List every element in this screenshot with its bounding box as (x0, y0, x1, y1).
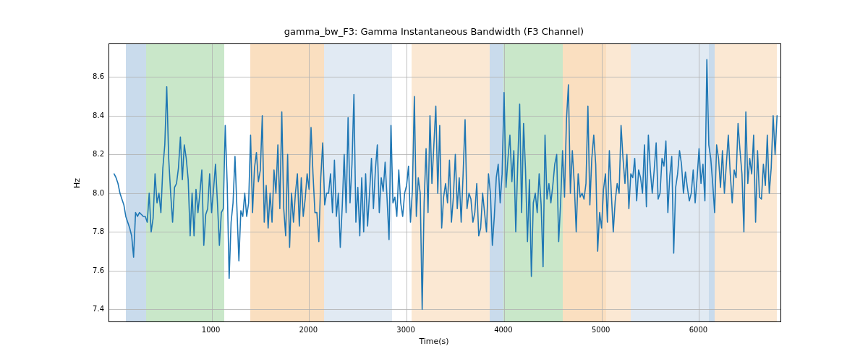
x-tick-label: 2000 (299, 326, 318, 334)
y-tick-label: 7.4 (85, 305, 104, 313)
y-tick-label: 7.8 (85, 227, 104, 235)
y-axis-label: Hz (72, 178, 82, 188)
x-tick-label: 3000 (396, 326, 414, 334)
line-series (109, 44, 781, 322)
x-axis-label: Time(s) (0, 337, 868, 346)
y-tick-label: 8.0 (85, 188, 104, 196)
y-tick-label: 8.4 (85, 111, 104, 119)
y-tick-label: 8.2 (85, 150, 104, 158)
x-tick-label: 4000 (494, 326, 512, 334)
x-tick-label: 5000 (592, 326, 610, 334)
chart-title: gamma_bw_F3: Gamma Instantaneous Bandwid… (0, 26, 868, 37)
plot-area (109, 43, 781, 322)
y-tick-label: 8.6 (85, 72, 104, 80)
figure: gamma_bw_F3: Gamma Instantaneous Bandwid… (0, 0, 868, 362)
y-tick-label: 7.6 (85, 266, 104, 274)
series-path (114, 59, 778, 309)
x-tick-label: 1000 (202, 326, 220, 334)
x-tick-label: 6000 (689, 326, 707, 334)
